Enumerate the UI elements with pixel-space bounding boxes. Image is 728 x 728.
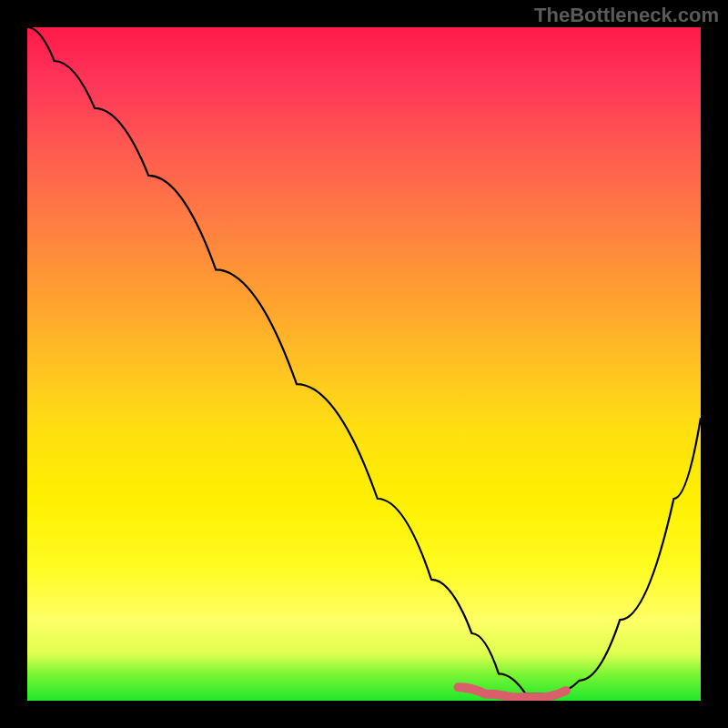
watermark-text: TheBottleneck.com xyxy=(534,4,719,27)
plot-area xyxy=(27,27,701,701)
bottleneck-curve xyxy=(27,27,701,694)
chart-svg xyxy=(27,27,701,701)
optimal-range-marker xyxy=(459,687,566,697)
